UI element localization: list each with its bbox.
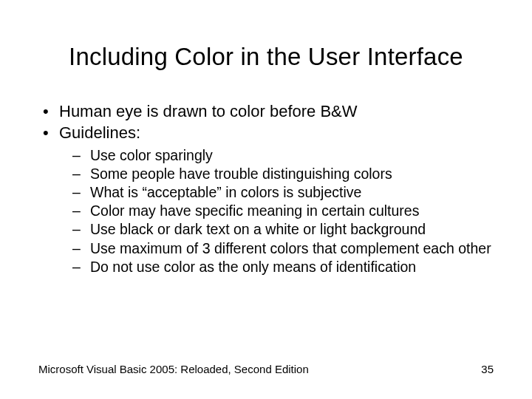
sub-bullet-item: What is “acceptable” in colors is subjec… xyxy=(69,183,492,201)
sub-bullet-list: Use color sparingly Some people have tro… xyxy=(59,146,492,276)
slide: Including Color in the User Interface Hu… xyxy=(0,0,532,399)
slide-body: Human eye is drawn to color before B&W G… xyxy=(40,102,492,277)
bullet-item: Guidelines: Use color sparingly Some peo… xyxy=(40,123,492,276)
sub-bullet-item: Use black or dark text on a white or lig… xyxy=(69,220,492,238)
bullet-text: Human eye is drawn to color before B&W xyxy=(59,102,358,120)
sub-bullet-text: Use maximum of 3 different colors that c… xyxy=(90,240,491,256)
bullet-text: Guidelines: xyxy=(59,123,140,142)
slide-title: Including Color in the User Interface xyxy=(0,43,532,71)
sub-bullet-item: Use color sparingly xyxy=(69,146,492,164)
footer-source: Microsoft Visual Basic 2005: Reloaded, S… xyxy=(38,363,309,375)
sub-bullet-text: Color may have specific meaning in certa… xyxy=(90,202,419,219)
sub-bullet-text: Use black or dark text on a white or lig… xyxy=(90,221,426,237)
bullet-list: Human eye is drawn to color before B&W G… xyxy=(40,102,492,276)
sub-bullet-text: Use color sparingly xyxy=(90,147,213,163)
sub-bullet-text: What is “acceptable” in colors is subjec… xyxy=(90,184,361,200)
sub-bullet-item: Use maximum of 3 different colors that c… xyxy=(69,239,492,257)
sub-bullet-text: Do not use color as the only means of id… xyxy=(90,259,416,275)
sub-bullet-item: Do not use color as the only means of id… xyxy=(69,258,492,276)
footer-page-number: 35 xyxy=(481,363,494,375)
sub-bullet-item: Some people have trouble distinguishing … xyxy=(69,165,492,183)
bullet-item: Human eye is drawn to color before B&W xyxy=(40,102,492,122)
sub-bullet-text: Some people have trouble distinguishing … xyxy=(90,166,392,182)
sub-bullet-item: Color may have specific meaning in certa… xyxy=(69,202,492,219)
